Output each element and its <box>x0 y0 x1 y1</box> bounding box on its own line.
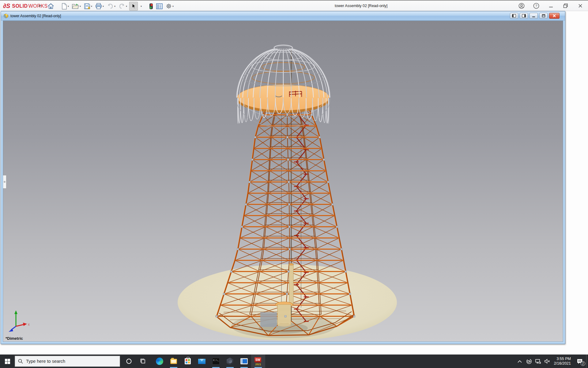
panel-tab-handle <box>4 181 6 183</box>
home-icon <box>47 3 54 9</box>
new-document-icon <box>62 3 67 10</box>
cortana-button[interactable] <box>122 355 136 368</box>
network-button[interactable] <box>533 355 543 368</box>
open-button[interactable]: ▾ <box>71 2 82 10</box>
ds-logo-glyph: ∂S <box>3 2 10 10</box>
task-view-button[interactable] <box>136 355 150 368</box>
split-pane-right-button[interactable] <box>520 13 528 19</box>
home-button[interactable] <box>47 2 55 10</box>
taskbar-clock[interactable]: 3:55 PM 2/16/2021 <box>552 357 573 366</box>
redo-icon <box>119 3 125 9</box>
redo-button[interactable]: ▾ <box>118 2 128 10</box>
options-gear-icon <box>166 3 172 9</box>
chevron-up-icon <box>518 360 522 363</box>
assembly-document-icon <box>3 13 9 18</box>
cortana-icon <box>126 358 132 364</box>
save-dropdown[interactable]: ▾ <box>91 5 92 8</box>
system-tray: 3:55 PM 2/16/2021 2 <box>515 355 588 368</box>
doc-minimize-button[interactable] <box>530 13 538 19</box>
file-properties-button[interactable] <box>155 2 164 10</box>
taskbar-app-solidworks[interactable]: SW 2021 <box>251 355 265 368</box>
help-icon: ? <box>533 3 539 9</box>
app-titlebar: ∂SSOLIDWORKS ▸ ▾ ▾ <box>0 0 588 11</box>
taskbar-app-remote-desktop[interactable] <box>237 355 251 368</box>
undo-dropdown[interactable]: ▾ <box>114 5 115 8</box>
graphics-viewport[interactable]: x *Dimetric <box>3 21 563 342</box>
meet-now-button[interactable] <box>524 355 533 368</box>
split-pane-left-button[interactable] <box>510 13 518 19</box>
restore-icon <box>563 3 568 8</box>
new-document-button[interactable]: ▾ <box>61 2 70 10</box>
close-button[interactable] <box>577 2 584 9</box>
document-window: tower Assembly 02 [Read-only] <box>1 11 565 344</box>
doc-restore-button[interactable] <box>539 13 548 19</box>
options-dropdown[interactable]: ▾ <box>172 5 174 8</box>
quick-access-toolbar: ▾ ▾ ▾ ▾ <box>46 1 175 11</box>
save-button[interactable]: ▾ <box>83 2 93 10</box>
redo-dropdown[interactable]: ▾ <box>126 5 127 8</box>
save-icon <box>84 3 90 10</box>
triad-x-label: x <box>28 322 30 327</box>
select-cursor-icon <box>130 3 137 9</box>
command-prompt-icon: C:\_ <box>212 358 220 365</box>
tower-assembly-model[interactable] <box>3 21 563 342</box>
feature-manager-collapsed-tab[interactable] <box>3 175 6 189</box>
rebuild-traffic-light-icon <box>149 3 153 10</box>
app-title: tower Assembly 02 [Read-only] <box>335 4 387 8</box>
microsoft-store-icon <box>185 358 191 364</box>
taskbar-app-edge[interactable] <box>153 355 167 368</box>
minimize-button[interactable] <box>548 2 554 9</box>
new-document-dropdown[interactable]: ▾ <box>68 5 69 8</box>
start-button[interactable] <box>0 355 15 368</box>
brand-flyout-arrow-icon[interactable]: ▸ <box>39 3 41 8</box>
solidworks-app-icon: SW 2021 <box>254 357 263 365</box>
search-icon <box>18 359 23 364</box>
select-tool-button[interactable] <box>129 2 138 10</box>
taskbar-app-mail[interactable] <box>195 355 209 368</box>
account-icon <box>518 3 525 9</box>
open-icon <box>72 3 79 9</box>
volume-button[interactable] <box>543 355 552 368</box>
taskbar-app-file-explorer[interactable] <box>167 355 181 368</box>
select-tool-dropdown[interactable]: ▾ <box>139 4 143 9</box>
doc-restore-icon <box>542 14 545 17</box>
split-left-icon <box>512 14 516 17</box>
doc-close-icon <box>552 14 556 17</box>
account-button[interactable] <box>518 2 525 9</box>
taskbar-app-edrawings[interactable] <box>223 355 237 368</box>
action-center-button[interactable]: 2 <box>573 355 586 368</box>
tray-overflow-button[interactable] <box>515 355 524 368</box>
restore-button[interactable] <box>562 2 569 9</box>
undo-button[interactable]: ▾ <box>106 2 116 10</box>
print-dropdown[interactable]: ▾ <box>103 5 104 8</box>
svg-text:?: ? <box>535 4 537 8</box>
split-right-icon <box>522 14 526 17</box>
solidworks-year-label: 2021 <box>254 363 263 366</box>
close-icon <box>578 4 582 8</box>
file-properties-icon <box>156 3 163 9</box>
file-explorer-icon <box>170 359 177 364</box>
doc-minimize-icon <box>532 14 535 17</box>
taskbar-search-input[interactable]: Type here to search <box>15 356 120 367</box>
open-dropdown[interactable]: ▾ <box>80 5 81 8</box>
help-button[interactable]: ? <box>533 2 540 9</box>
document-titlebar[interactable]: tower Assembly 02 [Read-only] <box>1 11 565 21</box>
view-orientation-label: *Dimetric <box>6 336 23 341</box>
orientation-triad[interactable]: x <box>7 309 31 334</box>
notification-badge: 2 <box>581 361 585 366</box>
options-button[interactable]: ▾ <box>165 2 175 10</box>
print-icon <box>95 3 102 9</box>
show-desktop-button[interactable] <box>586 355 588 368</box>
minimize-icon <box>549 4 553 8</box>
task-view-icon <box>140 358 146 364</box>
doc-close-button[interactable] <box>549 13 560 19</box>
undo-icon <box>107 3 114 9</box>
windows-start-icon <box>5 359 10 364</box>
print-button[interactable]: ▾ <box>94 2 105 10</box>
edge-icon <box>156 358 163 365</box>
rebuild-button[interactable] <box>148 2 154 10</box>
taskbar-app-store[interactable] <box>181 355 195 368</box>
document-title: tower Assembly 02 [Read-only] <box>10 14 61 18</box>
taskbar-app-command-prompt[interactable]: C:\_ <box>209 355 223 368</box>
clock-time: 3:55 PM <box>554 357 571 361</box>
